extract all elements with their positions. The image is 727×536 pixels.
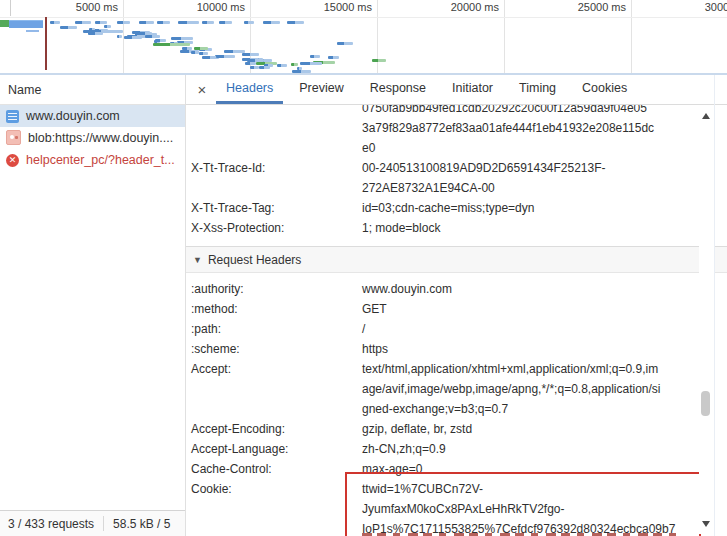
header-value-line: JyumfaxM0koCx8PAxLeHhRkTV2fgo- bbox=[362, 499, 727, 519]
header-row: X-Tt-Trace-Tag:id=03;cdn-cache=miss;type… bbox=[186, 198, 727, 218]
name-column-label: Name bbox=[8, 83, 41, 97]
request-details-pane: × HeadersPreviewResponseInitiatorTimingC… bbox=[186, 75, 727, 536]
waterfall-bar bbox=[155, 39, 166, 42]
header-value-line: 1; mode=block bbox=[362, 218, 727, 238]
scroll-up-icon[interactable] bbox=[702, 113, 710, 119]
waterfall-bar bbox=[60, 26, 78, 29]
waterfall-bar bbox=[244, 21, 254, 24]
waterfall-bar bbox=[157, 21, 170, 24]
header-value: zh-CN,zh;q=0.9 bbox=[362, 439, 727, 459]
header-value-line: text/html,application/xhtml+xml,applicat… bbox=[362, 359, 727, 379]
waterfall-bar bbox=[153, 43, 190, 46]
request-list-item[interactable]: blob:https://www.douyin.... bbox=[0, 127, 185, 149]
header-name: Cache-Control: bbox=[186, 459, 362, 479]
header-value: max-age=0 bbox=[362, 459, 727, 479]
header-value-line: age/avif,image/webp,image/apng,*/*;q=0.8… bbox=[362, 379, 727, 399]
overview-selected-bar-blue bbox=[9, 20, 43, 28]
waterfall-bar bbox=[310, 55, 320, 58]
request-label: www.douyin.com bbox=[26, 109, 120, 123]
header-value: ttwid=1%7CUBCn72V-JyumfaxM0koCx8PAxLeHhR… bbox=[362, 479, 727, 536]
time-label: 20000 ms bbox=[451, 1, 499, 13]
error-icon: ✕ bbox=[6, 154, 19, 167]
header-name: Accept-Encoding: bbox=[186, 419, 362, 439]
time-label: 10000 ms bbox=[197, 1, 245, 13]
disclosure-triangle-icon: ▼ bbox=[193, 255, 202, 265]
headers-content[interactable]: 0750fab9bb49fed1cdb20292c20c00f12a59da9f… bbox=[186, 105, 727, 536]
name-column-header[interactable]: Name bbox=[0, 75, 185, 105]
waterfall-bar bbox=[292, 70, 311, 73]
waterfall-bar bbox=[328, 56, 339, 59]
tab-headers[interactable]: Headers bbox=[216, 75, 283, 104]
tab-timing[interactable]: Timing bbox=[509, 75, 566, 104]
tab-cookies[interactable]: Cookies bbox=[572, 75, 637, 104]
waterfall-bar bbox=[259, 66, 270, 69]
header-value-line: e0 bbox=[362, 138, 727, 158]
request-headers-section-header[interactable]: ▼ Request Headers bbox=[186, 246, 727, 273]
header-value-line: / bbox=[362, 319, 727, 339]
header-value: 1; mode=block bbox=[362, 218, 727, 238]
timeline-gridline bbox=[504, 0, 505, 73]
header-value-line: 3a79f829a8772ef83aa01afe444f1eb41932e208… bbox=[362, 118, 727, 138]
waterfall-bar bbox=[117, 21, 129, 24]
waterfall-bar bbox=[287, 21, 304, 24]
waterfall-bar bbox=[178, 21, 200, 24]
header-value-line: www.douyin.com bbox=[362, 279, 727, 299]
header-value-line: 0750fab9bb49fed1cdb20292c20c00f12a59da9f… bbox=[362, 105, 727, 118]
header-name: Accept-Language: bbox=[186, 439, 362, 459]
document-icon bbox=[6, 110, 19, 123]
header-value: gzip, deflate, br, zstd bbox=[362, 419, 727, 439]
transferred-size: 58.5 kB / 5 bbox=[113, 517, 170, 531]
waterfall-bar bbox=[245, 62, 256, 65]
waterfall-bar bbox=[88, 32, 104, 35]
waterfall-bar bbox=[202, 21, 213, 24]
network-overview-timeline[interactable]: 5000 ms10000 ms15000 ms20000 ms25000 ms3… bbox=[0, 0, 727, 75]
waterfall-bar bbox=[117, 35, 121, 38]
scrollbar[interactable] bbox=[699, 106, 714, 534]
waterfall-bar bbox=[291, 63, 298, 66]
scrollbar-thumb[interactable] bbox=[701, 391, 710, 416]
time-label: 25000 ms bbox=[578, 1, 626, 13]
time-label: 30000 ms bbox=[705, 1, 727, 13]
load-event-marker bbox=[45, 17, 47, 70]
header-value-line: zh-CN,zh;q=0.9 bbox=[362, 439, 727, 459]
timeline-gridline bbox=[377, 0, 378, 73]
header-row: :path:/ bbox=[186, 319, 727, 339]
overview-selected-bar-green bbox=[0, 20, 9, 27]
section-title: Request Headers bbox=[208, 253, 301, 267]
request-list-item[interactable]: ✕helpcenter_pc/?header_t... bbox=[0, 149, 185, 171]
header-row: :scheme:https bbox=[186, 339, 727, 359]
header-name: :method: bbox=[186, 299, 362, 319]
waterfall-bar bbox=[124, 36, 141, 39]
timeline-gridline bbox=[631, 0, 632, 73]
network-panel-body: Name www.douyin.comblob:https://www.douy… bbox=[0, 75, 727, 536]
waterfall-bar bbox=[75, 21, 91, 24]
time-label: 15000 ms bbox=[324, 1, 372, 13]
header-value-line: GET bbox=[362, 299, 727, 319]
waterfall-bar bbox=[372, 59, 385, 62]
header-row: X-Xss-Protection:1; mode=block bbox=[186, 218, 727, 238]
time-label: 5000 ms bbox=[76, 1, 118, 13]
waterfall-bar bbox=[337, 42, 353, 45]
request-label: blob:https://www.douyin.... bbox=[28, 131, 173, 145]
requests-count: 3 / 433 requests bbox=[8, 517, 94, 531]
header-name: X-Xss-Protection: bbox=[186, 218, 362, 238]
header-row: :method:GET bbox=[186, 299, 727, 319]
toolbar-edge-divider bbox=[10, 0, 11, 16]
header-name: :path: bbox=[186, 319, 362, 339]
scroll-down-icon[interactable] bbox=[702, 521, 710, 527]
header-value: www.douyin.com bbox=[362, 279, 727, 299]
overview-bar-tick bbox=[26, 30, 39, 32]
tab-response[interactable]: Response bbox=[360, 75, 436, 104]
header-value-line: gzip, deflate, br, zstd bbox=[362, 419, 727, 439]
pane-right-edge bbox=[714, 75, 715, 536]
tab-initiator[interactable]: Initiator bbox=[442, 75, 503, 104]
tab-preview[interactable]: Preview bbox=[289, 75, 353, 104]
header-value-line: https bbox=[362, 339, 727, 359]
waterfall-bar bbox=[263, 21, 280, 24]
close-icon[interactable]: × bbox=[191, 75, 213, 104]
header-row: 0750fab9bb49fed1cdb20292c20c00f12a59da9f… bbox=[186, 105, 727, 158]
waterfall-bar bbox=[199, 52, 208, 55]
request-list-item[interactable]: www.douyin.com bbox=[0, 105, 185, 127]
header-name: Cookie: bbox=[186, 479, 362, 499]
header-value: GET bbox=[362, 299, 727, 319]
